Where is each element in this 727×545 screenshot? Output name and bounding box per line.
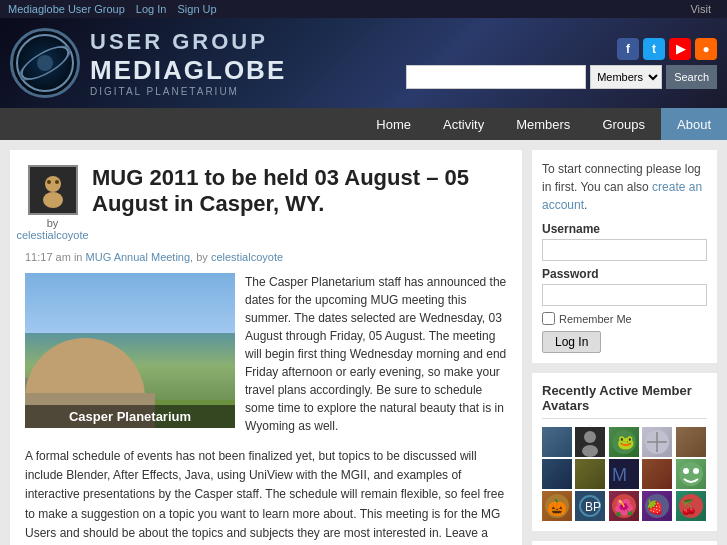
post-body-text: The Casper Planetarium staff has announc… — [245, 273, 507, 435]
svg-point-9 — [582, 445, 598, 457]
svg-point-0 — [17, 35, 73, 91]
member-avatar-9[interactable] — [642, 459, 672, 489]
facebook-icon[interactable]: f — [617, 38, 639, 60]
member-avatar-5[interactable] — [676, 427, 706, 457]
svg-text:🌺: 🌺 — [614, 498, 634, 517]
top-bar-left: Mediaglobe User Group Log In Sign Up — [8, 3, 225, 15]
svg-point-18 — [683, 468, 689, 474]
login-section: To start connecting please log in first.… — [532, 150, 717, 363]
svg-point-8 — [584, 431, 596, 443]
signup-link[interactable]: Sign Up — [178, 3, 217, 15]
member-avatar-15[interactable]: 🍒 — [676, 491, 706, 521]
whos-online-section: Who's Online Avatars — [532, 541, 717, 545]
post-image: Casper Planetarium — [25, 273, 235, 428]
svg-text:BP: BP — [585, 500, 601, 514]
svg-text:🍓: 🍓 — [646, 499, 664, 516]
member-avatar-12[interactable]: BP — [575, 491, 605, 521]
svg-point-2 — [37, 55, 53, 71]
svg-text:🎃: 🎃 — [547, 498, 567, 517]
password-input[interactable] — [542, 284, 707, 306]
post-body: Casper Planetarium The Casper Planetariu… — [25, 273, 507, 435]
post-header: by celestialcoyote MUG 2011 to be held 0… — [25, 165, 507, 241]
member-avatar-7[interactable] — [575, 459, 605, 489]
member-avatar-11[interactable]: 🎃 — [542, 491, 572, 521]
svg-point-5 — [43, 192, 63, 208]
twitter-icon[interactable]: t — [643, 38, 665, 60]
username-input[interactable] — [542, 239, 707, 261]
post-full-text: A formal schedule of events has not been… — [25, 447, 507, 545]
digital-text: DIGITAL PLANETARIUM — [90, 86, 286, 97]
visit-link[interactable]: Visit — [690, 3, 711, 15]
mediaglobe-text: MEDIAGLOBE — [90, 55, 286, 86]
author-avatar — [28, 165, 78, 215]
logo-text: USER GROUP MEDIAGLOBE DIGITAL PLANETARIU… — [90, 29, 286, 97]
author-avatar-area: by celestialcoyote — [25, 165, 80, 241]
remember-me-row: Remember Me — [542, 312, 707, 325]
site-name-link[interactable]: Mediaglobe User Group — [8, 3, 125, 15]
search-area: Members Search — [406, 65, 717, 89]
svg-text:🍒: 🍒 — [680, 499, 698, 516]
post-title: MUG 2011 to be held 03 August – 05 Augus… — [92, 165, 507, 218]
top-bar-right: Visit — [690, 3, 719, 15]
svg-point-1 — [16, 40, 74, 85]
member-avatar-8[interactable]: M — [609, 459, 639, 489]
building-dome — [25, 338, 145, 398]
svg-point-19 — [693, 468, 699, 474]
logo-area: USER GROUP MEDIAGLOBE DIGITAL PLANETARIU… — [10, 28, 286, 98]
nav-home[interactable]: Home — [360, 108, 427, 140]
social-icons: f t ▶ ● — [617, 38, 717, 60]
login-link[interactable]: Log In — [136, 3, 167, 15]
main-area: by celestialcoyote MUG 2011 to be held 0… — [0, 140, 727, 545]
username-label: Username — [542, 222, 707, 236]
nav-members[interactable]: Members — [500, 108, 586, 140]
meta-author-link[interactable]: celestialcoyote — [211, 251, 283, 263]
post-meta: 11:17 am in MUG Annual Meeting, by celes… — [25, 251, 507, 263]
youtube-icon[interactable]: ▶ — [669, 38, 691, 60]
header-right: f t ▶ ● Members Search — [406, 38, 717, 89]
svg-text:🐸: 🐸 — [617, 434, 635, 451]
nav-groups[interactable]: Groups — [586, 108, 661, 140]
author-link[interactable]: celestialcoyote — [16, 229, 88, 241]
member-avatar-4[interactable] — [642, 427, 672, 457]
login-button[interactable]: Log In — [542, 331, 601, 353]
sidebar: To start connecting please log in first.… — [532, 150, 717, 545]
search-input[interactable] — [406, 65, 586, 89]
category-link[interactable]: MUG Annual Meeting — [86, 251, 191, 263]
top-bar: Mediaglobe User Group Log In Sign Up Vis… — [0, 0, 727, 18]
remember-me-label: Remember Me — [559, 313, 632, 325]
avatars-grid: 🐸 M 🎃 BP — [542, 427, 707, 521]
other-social-icon[interactable]: ● — [695, 38, 717, 60]
avatars-title: Recently Active Member Avatars — [542, 383, 707, 419]
member-avatar-2[interactable] — [575, 427, 605, 457]
post-title-area: MUG 2011 to be held 03 August – 05 Augus… — [92, 165, 507, 241]
member-avatar-14[interactable]: 🍓 — [642, 491, 672, 521]
member-avatar-6[interactable] — [542, 459, 572, 489]
member-avatar-1[interactable] — [542, 427, 572, 457]
svg-text:M: M — [612, 465, 627, 485]
by-label: by — [47, 217, 59, 229]
remember-me-checkbox[interactable] — [542, 312, 555, 325]
member-avatar-10[interactable] — [676, 459, 706, 489]
image-caption: Casper Planetarium — [25, 405, 235, 428]
password-label: Password — [542, 267, 707, 281]
login-prompt-text: To start connecting please log in first.… — [542, 160, 707, 214]
svg-point-7 — [55, 180, 59, 184]
sky-bg — [25, 273, 235, 333]
avatars-section: Recently Active Member Avatars 🐸 M — [532, 373, 717, 531]
nav-activity[interactable]: Activity — [427, 108, 500, 140]
logo-icon — [10, 28, 80, 98]
main-nav: Home Activity Members Groups About — [0, 108, 727, 140]
member-avatar-13[interactable]: 🌺 — [609, 491, 639, 521]
site-header: USER GROUP MEDIAGLOBE DIGITAL PLANETARIU… — [0, 18, 727, 108]
nav-about[interactable]: About — [661, 108, 727, 140]
user-group-text: USER GROUP — [90, 29, 286, 55]
search-button[interactable]: Search — [666, 65, 717, 89]
content-area: by celestialcoyote MUG 2011 to be held 0… — [10, 150, 522, 545]
svg-point-6 — [47, 180, 51, 184]
member-avatar-3[interactable]: 🐸 — [609, 427, 639, 457]
svg-point-4 — [45, 176, 61, 192]
members-select[interactable]: Members — [590, 65, 662, 89]
